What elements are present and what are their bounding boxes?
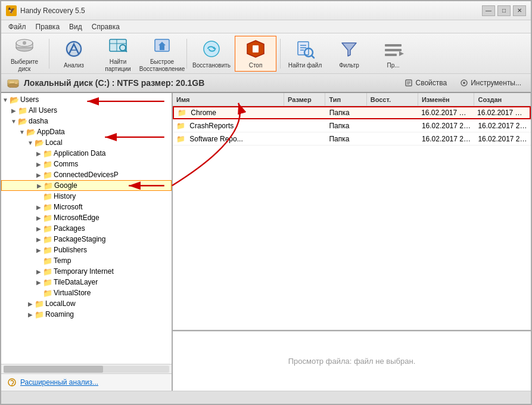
restore-button[interactable]: Восстановить bbox=[191, 36, 232, 72]
tree-item-publishers[interactable]: ▶ 📁 Publishers bbox=[1, 245, 172, 255]
tree-item-google[interactable]: ▶ 📁 Google bbox=[1, 180, 172, 191]
tree-label-comms: Comms bbox=[54, 160, 78, 168]
tree-item-packagestaging[interactable]: ▶ 📁 PackageStaging bbox=[1, 234, 172, 245]
more-label: Пр... bbox=[387, 62, 399, 69]
tree-expand-users[interactable]: ▼ bbox=[1, 94, 10, 105]
tree-expand-locallow[interactable]: ▶ bbox=[26, 298, 35, 309]
file-row-crashreports[interactable]: 📁 CrashReports Папка 16.02.2017 23... 16… bbox=[173, 119, 531, 132]
tree-expand-all-users[interactable]: ▶ bbox=[10, 105, 18, 116]
svg-rect-31 bbox=[10, 82, 14, 83]
col-header-created[interactable]: Создан bbox=[474, 93, 531, 106]
tree-item-tiledatalayer[interactable]: ▶ 📁 TileDataLayer bbox=[1, 277, 172, 287]
col-header-name[interactable]: Имя bbox=[173, 93, 284, 106]
tree-expand-google[interactable]: ▶ bbox=[35, 180, 43, 191]
tree-label-packagestaging: PackageStaging bbox=[54, 235, 105, 243]
tree-item-roaming[interactable]: ▶ 📁 Roaming bbox=[1, 309, 172, 320]
file-row-chrome[interactable]: 📁 Chrome Папка 16.02.2017 23... 16.02.20… bbox=[173, 106, 531, 119]
tree-expand-publishers[interactable]: ▶ bbox=[35, 245, 43, 255]
analyze-button[interactable]: Анализ bbox=[53, 36, 95, 72]
menu-file[interactable]: Файл bbox=[4, 21, 31, 32]
find-file-button[interactable]: Найти файл bbox=[284, 36, 326, 72]
tree-item-connecteddevices[interactable]: ▶ 📁 ConnectedDevicesP bbox=[1, 169, 172, 180]
tree-item-virtualstore[interactable]: 📁 VirtualStore bbox=[1, 287, 172, 298]
file-cell-type-crashreports: Папка bbox=[325, 122, 366, 130]
menu-bar: Файл Правка Вид Справка bbox=[1, 20, 531, 33]
tree-expand-appdata[interactable]: ▼ bbox=[18, 126, 26, 137]
tree-item-dasha[interactable]: ▼ 📂 dasha bbox=[1, 116, 172, 126]
restore-label: Восстановить bbox=[192, 62, 231, 69]
file-list-pane: Имя Размер Тип Восст. Изменён bbox=[173, 93, 531, 331]
advanced-analysis-area: Расширенный анализ... bbox=[1, 373, 172, 391]
toolbar-sep-2 bbox=[186, 39, 187, 69]
preview-text: Просмотр файла: файл не выбран. bbox=[288, 357, 416, 366]
file-cell-created-crashreports: 16.02.2017 23... bbox=[474, 122, 531, 130]
main-window: 🦅 Handy Recovery 5.5 — □ ✕ Файл Правка В… bbox=[0, 0, 532, 405]
tree-item-local[interactable]: ▼ 📂 Local bbox=[1, 137, 172, 148]
tree-item-temp[interactable]: 📁 Temp bbox=[1, 255, 172, 266]
filter-button[interactable]: Фильтр bbox=[328, 36, 370, 72]
col-header-size[interactable]: Размер bbox=[284, 93, 325, 106]
tree-expand-local[interactable]: ▼ bbox=[26, 137, 35, 148]
quick-restore-icon bbox=[151, 35, 173, 56]
tree-container[interactable]: ▼ 📂 Users ▶ 📁 All Users ▼ 📂 bbox=[1, 93, 172, 364]
file-cell-name-crashreports: 📁 CrashReports bbox=[173, 122, 284, 130]
more-button[interactable]: Пр... bbox=[372, 36, 414, 72]
tree-item-microsoft[interactable]: ▶ 📁 Microsoft bbox=[1, 202, 172, 212]
close-button[interactable]: ✕ bbox=[513, 5, 526, 16]
select-disk-label: Выберите диск bbox=[7, 58, 42, 73]
col-header-recover[interactable]: Восст. bbox=[367, 93, 418, 106]
tree-expand-packagestaging[interactable]: ▶ bbox=[35, 234, 43, 245]
tree-hscroll-bar[interactable] bbox=[1, 364, 172, 373]
tree-label-microsoftedge: MicrosoftEdge bbox=[54, 214, 99, 222]
tree-item-temporary-internet[interactable]: ▶ 📁 Temporary Internet bbox=[1, 266, 172, 277]
tree-item-history[interactable]: 📁 History bbox=[1, 191, 172, 202]
tree-expand-temporary-internet[interactable]: ▶ bbox=[35, 266, 43, 277]
tree-item-microsoftedge[interactable]: ▶ 📁 MicrosoftEdge bbox=[1, 212, 172, 223]
tools-label: Инструменты... bbox=[471, 79, 521, 87]
tools-button[interactable]: Инструменты... bbox=[456, 78, 525, 88]
advanced-analysis-button[interactable]: Расширенный анализ... bbox=[20, 378, 98, 387]
quick-restore-button[interactable]: Быстрое Восстановление bbox=[141, 36, 183, 72]
menu-help[interactable]: Справка bbox=[87, 21, 125, 32]
file-row-softwarerepo[interactable]: 📁 Software Repo... Папка 16.02.2017 23..… bbox=[173, 132, 531, 146]
minimize-button[interactable]: — bbox=[482, 5, 495, 16]
tree-expand-tiledatalayer[interactable]: ▶ bbox=[35, 277, 43, 287]
find-partitions-button[interactable]: Найти партиции bbox=[97, 36, 139, 72]
tree-expand-microsoftedge[interactable]: ▶ bbox=[35, 212, 43, 223]
col-header-modified[interactable]: Изменён bbox=[418, 93, 475, 106]
tree-expand-roaming[interactable]: ▶ bbox=[26, 309, 35, 320]
tree-item-all-users[interactable]: ▶ 📁 All Users bbox=[1, 105, 172, 116]
select-disk-button[interactable]: Выберите диск bbox=[4, 36, 45, 72]
window-controls: — □ ✕ bbox=[482, 5, 526, 16]
tree-expand-microsoft[interactable]: ▶ bbox=[35, 202, 43, 212]
title-bar-left: 🦅 Handy Recovery 5.5 bbox=[6, 5, 85, 16]
find-file-icon bbox=[294, 38, 316, 60]
file-list-header: Имя Размер Тип Восст. Изменён bbox=[173, 93, 531, 106]
col-header-type[interactable]: Тип bbox=[325, 93, 366, 106]
file-list-body[interactable]: 📁 Chrome Папка 16.02.2017 23... 16.02.20… bbox=[173, 106, 531, 330]
tree-expand-connecteddevices[interactable]: ▶ bbox=[35, 169, 43, 180]
tree-item-users[interactable]: ▼ 📂 Users bbox=[1, 94, 172, 105]
menu-view[interactable]: Вид bbox=[64, 21, 87, 32]
maximize-button[interactable]: □ bbox=[497, 5, 511, 16]
file-cell-modified-chrome: 16.02.2017 23... bbox=[418, 109, 474, 117]
tree-item-application-data[interactable]: ▶ 📁 Application Data bbox=[1, 148, 172, 159]
menu-edit[interactable]: Правка bbox=[31, 21, 65, 32]
select-disk-icon bbox=[14, 35, 35, 56]
filter-icon bbox=[338, 38, 360, 60]
tree-expand-comms[interactable]: ▶ bbox=[35, 159, 43, 169]
tree-item-packages[interactable]: ▶ 📁 Packages bbox=[1, 223, 172, 234]
tree-hscroll-thumb[interactable] bbox=[4, 366, 103, 373]
tree-folder-icon-comms: 📁 bbox=[43, 159, 52, 169]
tree-item-appdata[interactable]: ▼ 📂 AppData bbox=[1, 126, 172, 137]
tree-expand-dasha[interactable]: ▼ bbox=[10, 116, 18, 126]
tree-expand-packages[interactable]: ▶ bbox=[35, 223, 43, 234]
properties-button[interactable]: Свойства bbox=[401, 78, 450, 88]
tree-folder-icon-tiledatalayer: 📁 bbox=[43, 277, 52, 287]
tree-item-comms[interactable]: ▶ 📁 Comms bbox=[1, 159, 172, 169]
file-cell-type-softwarerepo: Папка bbox=[325, 135, 366, 143]
tree-item-locallow[interactable]: ▶ 📁 LocalLow bbox=[1, 298, 172, 309]
tree-label-temp: Temp bbox=[54, 256, 71, 265]
stop-button[interactable]: Стоп bbox=[235, 36, 276, 72]
tree-expand-application-data[interactable]: ▶ bbox=[35, 148, 43, 159]
